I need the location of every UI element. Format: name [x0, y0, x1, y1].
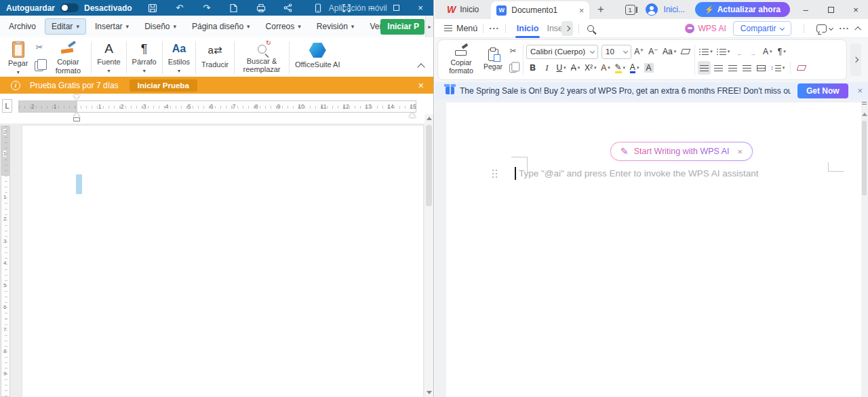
align-right-button[interactable]: [726, 61, 739, 75]
save-icon[interactable]: [147, 3, 158, 14]
ribbon-tab-insertar[interactable]: Inse: [547, 24, 563, 33]
share-button[interactable]: Compartir: [733, 21, 791, 36]
menu-item-archivo[interactable]: Archivo: [2, 18, 43, 35]
font-name-select[interactable]: Calibri (Cuerpo): [526, 45, 598, 59]
format-painter-button[interactable]: Copiar formato: [46, 40, 90, 75]
text-effects-button[interactable]: A▾: [599, 61, 612, 75]
numbering-button[interactable]: ▾: [715, 45, 732, 58]
menu-item-editar[interactable]: Editar▾: [45, 18, 86, 35]
autosave-toggle[interactable]: [60, 3, 79, 12]
horizontal-ruler[interactable]: 21123456789101112131415: [18, 100, 416, 113]
tab-home[interactable]: W Inicio: [435, 0, 491, 19]
mobile-app-icon[interactable]: [313, 3, 323, 14]
copy-icon[interactable]: [35, 61, 43, 71]
strikethrough-button[interactable]: A▾: [569, 61, 582, 75]
vertical-scrollbar[interactable]: [861, 100, 868, 397]
user-name[interactable]: Inici...: [664, 5, 685, 14]
first-line-indent-marker[interactable]: [73, 95, 80, 100]
page-shading-button[interactable]: [795, 61, 808, 75]
document-page[interactable]: [22, 126, 423, 397]
font-button[interactable]: A Fuente ▾: [93, 40, 124, 75]
more-options-icon[interactable]: ···: [840, 24, 850, 33]
styles-button[interactable]: Aa Estilos ▾: [164, 40, 194, 75]
share-icon[interactable]: [283, 3, 294, 14]
comment-icon[interactable]: [816, 24, 827, 33]
hamburger-menu-icon[interactable]: [444, 25, 452, 31]
ribbon-tab-inicio[interactable]: Inicio: [515, 20, 540, 37]
tab-stop-selector[interactable]: L: [2, 99, 12, 113]
wps-ai-pill[interactable]: ✎ Start Writing with WPS AI ×: [610, 142, 753, 161]
drag-handle-icon[interactable]: [492, 170, 498, 179]
maximize-button[interactable]: [821, 0, 840, 19]
menu-item-correos[interactable]: Correos▾: [259, 18, 308, 35]
translate-button[interactable]: a⇄ Traducir: [197, 40, 233, 75]
close-button[interactable]: ×: [846, 0, 865, 19]
paste-button[interactable]: Pegar ▾: [4, 40, 32, 75]
banner-close-icon[interactable]: ×: [418, 80, 424, 91]
tab-scroll-button[interactable]: [561, 21, 573, 36]
align-left-button[interactable]: [698, 61, 711, 75]
line-spacing-button[interactable]: ↕▾: [769, 61, 786, 75]
show-marks-button[interactable]: ¶▾: [775, 45, 788, 58]
maximize-button[interactable]: [386, 0, 406, 16]
undo-icon[interactable]: ↶: [174, 3, 185, 14]
search-icon[interactable]: [587, 25, 594, 32]
officesuite-ai-button[interactable]: OfficeSuite AI: [291, 40, 344, 75]
menu-item-insertar[interactable]: Insertar▾: [88, 18, 136, 35]
expand-view-icon[interactable]: [336, 0, 357, 16]
collapse-ribbon-icon[interactable]: [417, 63, 425, 71]
scrollbar-thumb[interactable]: [862, 121, 867, 195]
start-trial-button[interactable]: Iniciar Prueba: [130, 79, 197, 92]
more-tabs-icon[interactable]: ···: [489, 24, 500, 33]
ai-pill-close-icon[interactable]: ×: [738, 147, 743, 157]
grow-font-button[interactable]: A⁺: [633, 45, 646, 58]
find-replace-button[interactable]: Buscar & reemplazar: [236, 40, 288, 75]
justify-button[interactable]: [741, 61, 753, 75]
right-indent-marker[interactable]: [409, 113, 416, 117]
distribute-button[interactable]: [755, 61, 768, 75]
scrollbar-thumb[interactable]: [426, 125, 432, 206]
menu-item-página-diseño[interactable]: Página diseño▾: [185, 18, 257, 35]
change-case-button[interactable]: Aa▾: [661, 45, 677, 58]
copy-icon[interactable]: [509, 64, 517, 73]
print-icon[interactable]: [256, 3, 267, 14]
collapse-ribbon-icon[interactable]: [854, 26, 861, 33]
char-shading-button[interactable]: A: [642, 61, 655, 75]
font-color-button[interactable]: A▾: [628, 61, 641, 75]
menu-label[interactable]: Menú: [456, 24, 477, 33]
cut-icon[interactable]: ✂: [35, 42, 43, 52]
wps-ai-icon[interactable]: [685, 24, 694, 33]
bold-button[interactable]: B: [526, 61, 539, 75]
scroll-up-icon[interactable]: [427, 117, 432, 120]
redo-icon[interactable]: ↷: [201, 3, 212, 14]
cut-icon[interactable]: ✂: [510, 46, 517, 56]
menu-item-revisión[interactable]: Revisión▾: [310, 18, 361, 35]
highlight-button[interactable]: ✎▾: [614, 61, 627, 75]
toolbar-expand-button[interactable]: [850, 43, 861, 76]
document-page[interactable]: ✎ Start Writing with WPS AI × Type "@ai"…: [446, 102, 861, 397]
underline-button[interactable]: U▾: [555, 61, 568, 75]
paragraph-button[interactable]: ¶ Párrafo ▾: [128, 40, 161, 75]
paste-button[interactable]: Pegar: [480, 43, 506, 77]
hanging-indent-marker[interactable]: [73, 113, 80, 117]
close-button[interactable]: ×: [410, 0, 431, 16]
clear-format-button[interactable]: [679, 45, 692, 58]
italic-button[interactable]: I: [540, 61, 553, 75]
banner-close-icon[interactable]: ×: [857, 86, 863, 96]
tab-documento1[interactable]: W Documento1 ×: [491, 1, 589, 19]
start-trial-menu-button[interactable]: Iniciar P: [380, 19, 425, 35]
menu-item-diseño[interactable]: Diseño▾: [138, 18, 183, 35]
tab-close-icon[interactable]: ×: [579, 5, 585, 16]
vertical-scrollbar[interactable]: [425, 114, 433, 397]
vertical-ruler[interactable]: 21123456789: [1, 126, 10, 397]
scroll-down-icon[interactable]: [427, 391, 432, 394]
wps-ai-label[interactable]: WPS AI: [698, 24, 726, 33]
increase-indent-button[interactable]: →: [747, 45, 760, 58]
char-scale-button[interactable]: A▾: [761, 45, 774, 58]
decrease-indent-button[interactable]: ←: [732, 45, 745, 58]
get-now-button[interactable]: Get Now: [797, 83, 848, 98]
minimize-button[interactable]: –: [361, 0, 382, 16]
new-tab-button[interactable]: +: [597, 3, 604, 16]
menu-overflow-button[interactable]: ▸: [425, 16, 433, 37]
new-document-icon[interactable]: [229, 3, 239, 14]
